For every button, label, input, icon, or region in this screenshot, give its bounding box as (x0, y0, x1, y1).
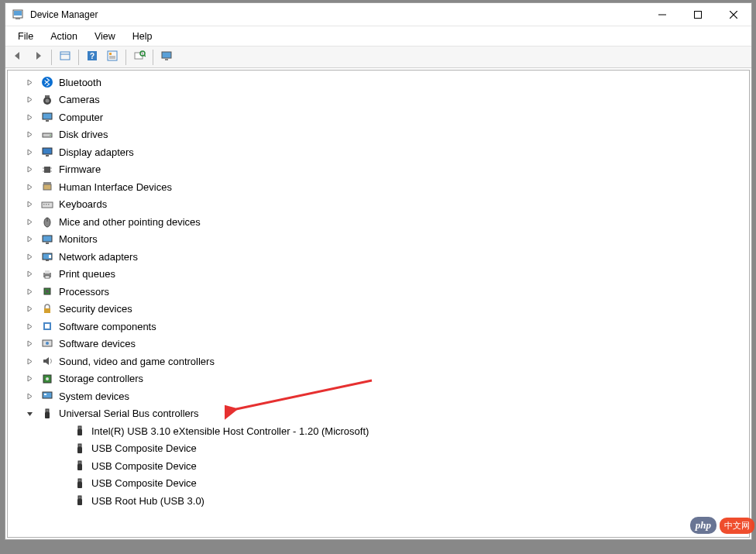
tree-category[interactable]: Software components (8, 318, 749, 335)
chevron-right-icon[interactable] (23, 320, 36, 332)
device-tree[interactable]: BluetoothCamerasComputerDisk drivesDispl… (8, 71, 749, 537)
chevron-right-icon[interactable] (23, 250, 36, 263)
svg-rect-50 (45, 276, 50, 278)
show-hidden-button[interactable] (56, 49, 74, 66)
toolbar-separator (153, 50, 153, 65)
titlebar[interactable]: Device Manager (5, 3, 751, 26)
tree-category[interactable]: Universal Serial Bus controllers (8, 405, 749, 423)
help-icon: ? (86, 50, 98, 64)
chevron-right-icon[interactable] (23, 163, 36, 176)
chevron-right-icon[interactable] (23, 355, 36, 367)
menu-file[interactable]: File (10, 29, 41, 44)
tree-category[interactable]: Computer (8, 108, 749, 126)
tree-category[interactable]: Mice and other pointing devices (8, 213, 749, 231)
tree-device[interactable]: USB Composite Device (8, 475, 749, 493)
monitor-icon (160, 50, 173, 64)
chevron-right-icon[interactable] (23, 94, 36, 106)
svg-rect-65 (77, 429, 82, 435)
chevron-right-icon[interactable] (23, 111, 36, 123)
chevron-right-icon[interactable] (23, 285, 36, 298)
tree-category[interactable]: Security devices (8, 301, 749, 318)
chevron-right-icon[interactable] (23, 146, 36, 158)
chevron-right-icon[interactable] (23, 215, 36, 228)
tree-category[interactable]: Disk drives (8, 126, 749, 144)
svg-rect-19 (165, 59, 168, 60)
svg-rect-55 (45, 324, 50, 329)
category-label: Print queues (59, 268, 115, 280)
usb-icon (40, 407, 54, 421)
chevron-right-icon[interactable] (23, 303, 36, 315)
chevron-right-icon[interactable] (23, 233, 36, 246)
tree-category[interactable]: Human Interface Devices (8, 178, 749, 196)
tree-category[interactable]: Sound, video and game controllers (8, 353, 749, 370)
menu-action[interactable]: Action (43, 29, 85, 44)
tree-device[interactable]: USB Root Hub (USB 3.0) (8, 492, 749, 510)
scan-hardware-button[interactable] (130, 49, 149, 66)
svg-rect-30 (44, 167, 50, 173)
chevron-right-icon[interactable] (23, 129, 36, 141)
svg-rect-63 (45, 412, 50, 418)
menu-help[interactable]: Help (125, 29, 160, 44)
svg-rect-40 (48, 204, 50, 205)
menu-view[interactable]: View (87, 29, 123, 44)
tree-category[interactable]: Processors (8, 283, 749, 301)
svg-rect-49 (45, 270, 50, 274)
add-device-button[interactable] (157, 49, 176, 66)
tree-category[interactable]: System devices (8, 387, 749, 405)
tree-category[interactable]: Display adapters (8, 143, 749, 161)
chevron-right-icon[interactable] (23, 390, 36, 402)
forward-button[interactable] (29, 49, 47, 66)
svg-rect-35 (43, 184, 51, 190)
chevron-right-icon[interactable] (23, 373, 36, 385)
category-label: Software devices (59, 338, 136, 349)
tree-category[interactable]: Storage controllers (8, 370, 749, 388)
tree-category[interactable]: Cameras (8, 91, 749, 109)
tree-category[interactable]: Monitors (8, 231, 749, 249)
help-button[interactable]: ? (83, 49, 101, 66)
monitor-icon (40, 232, 54, 246)
tree-category[interactable]: Bluetooth (8, 74, 749, 91)
forward-icon (32, 50, 44, 64)
category-label: Security devices (59, 303, 132, 315)
svg-rect-11 (108, 51, 117, 60)
svg-rect-53 (44, 308, 50, 313)
toolbar: ? (5, 46, 751, 68)
minimize-button[interactable] (644, 3, 680, 26)
tree-category[interactable]: Print queues (8, 266, 749, 284)
tree-category[interactable]: Software devices (8, 335, 749, 353)
toolbar-separator (51, 50, 52, 65)
expander-blank (56, 459, 68, 472)
chevron-down-icon[interactable] (23, 408, 36, 420)
tree-device[interactable]: USB Composite Device (8, 457, 749, 475)
tree-category[interactable]: Network adapters (8, 248, 749, 266)
content-pane: BluetoothCamerasComputerDisk drivesDispl… (7, 70, 750, 538)
svg-rect-24 (43, 113, 52, 119)
chevron-right-icon[interactable] (23, 198, 36, 211)
chevron-right-icon[interactable] (23, 76, 36, 88)
tree-device[interactable]: USB Composite Device (8, 440, 749, 458)
camera-icon (40, 93, 54, 107)
svg-line-17 (144, 55, 146, 57)
back-icon (12, 50, 24, 64)
maximize-button[interactable] (680, 3, 716, 26)
device-label: USB Composite Device (91, 442, 197, 454)
svg-rect-67 (77, 447, 82, 453)
device-label: Intel(R) USB 3.10 eXtensible Host Contro… (91, 425, 369, 437)
svg-rect-29 (46, 155, 49, 157)
storage-icon (40, 372, 54, 386)
svg-rect-62 (46, 409, 49, 412)
properties-button[interactable] (103, 49, 122, 66)
close-button[interactable] (716, 3, 751, 26)
tree-category[interactable]: Keyboards (8, 196, 749, 214)
tree-device[interactable]: Intel(R) USB 3.10 eXtensible Host Contro… (8, 422, 749, 440)
back-button[interactable] (9, 49, 27, 66)
chevron-right-icon[interactable] (23, 268, 36, 280)
watermark: php 中文网 (690, 517, 754, 534)
svg-rect-47 (49, 255, 51, 258)
show-hidden-icon (59, 50, 71, 64)
chevron-right-icon[interactable] (23, 338, 36, 350)
svg-rect-38 (43, 204, 45, 205)
tree-category[interactable]: Firmware (8, 161, 749, 179)
category-label: Bluetooth (59, 77, 101, 88)
chevron-right-icon[interactable] (23, 181, 36, 193)
